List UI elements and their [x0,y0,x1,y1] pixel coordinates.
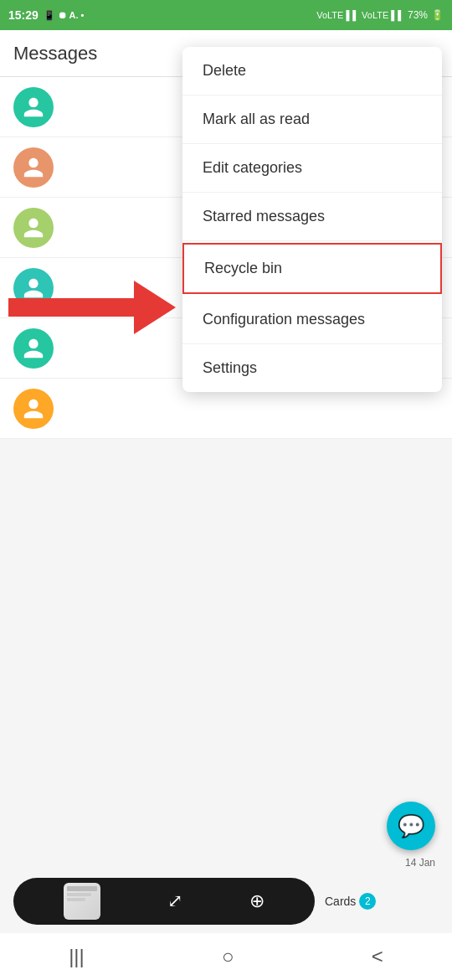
network-icons: VoLTE ▌▌ VoLTE ▌▌ [316,10,404,20]
menu-item-settings[interactable]: Settings [182,344,442,392]
menu-item-edit-categories[interactable]: Edit categories [182,144,442,193]
avatar [13,389,54,429]
add-to-icon[interactable]: ⊕ [249,890,265,912]
menu-item-mark-all-read[interactable]: Mark all as read [182,95,442,144]
time: 15:29 [8,8,39,22]
bottom-toolbar: ⤢ ⊕ Cards 2 [13,873,452,930]
cards-count-badge: 2 [359,893,376,910]
menu-item-starred-messages[interactable]: Starred messages [182,193,442,241]
red-arrow-annotation [8,281,176,334]
app-title: Messages [13,43,97,64]
battery-icon: 🔋 [431,9,444,21]
new-message-fab[interactable]: 💬 [387,802,435,850]
status-icons: 📱 ⏺ A. • [44,10,85,21]
status-left: 15:29 📱 ⏺ A. • [8,8,84,22]
status-right: VoLTE ▌▌ VoLTE ▌▌ 73% 🔋 [316,9,444,21]
home-nav-icon[interactable]: ○ [222,945,234,968]
chat-icon: 💬 [398,813,424,839]
menu-item-configuration-messages[interactable]: Configuration messages [182,296,442,344]
toolbar-card: ⤢ ⊕ [13,878,315,925]
cards-badge[interactable]: Cards 2 [325,893,376,910]
date-label: 14 Jan [405,857,435,869]
battery: 73% [408,9,428,21]
menu-nav-icon[interactable]: ||| [69,945,85,968]
cards-label: Cards [325,895,356,908]
avatar [13,208,54,248]
menu-item-recycle-bin[interactable]: Recycle bin [182,243,442,294]
menu-item-delete[interactable]: Delete [182,47,442,95]
back-nav-icon[interactable]: < [372,945,383,968]
thumbnail-preview[interactable] [64,883,100,920]
status-bar: 15:29 📱 ⏺ A. • VoLTE ▌▌ VoLTE ▌▌ 73% 🔋 [0,0,452,30]
expand-icon[interactable]: ⤢ [167,890,182,912]
nav-bar: ||| ○ < [0,933,452,980]
dropdown-menu: Delete Mark all as read Edit categories … [182,47,442,392]
avatar [13,87,54,127]
avatar [13,147,54,188]
